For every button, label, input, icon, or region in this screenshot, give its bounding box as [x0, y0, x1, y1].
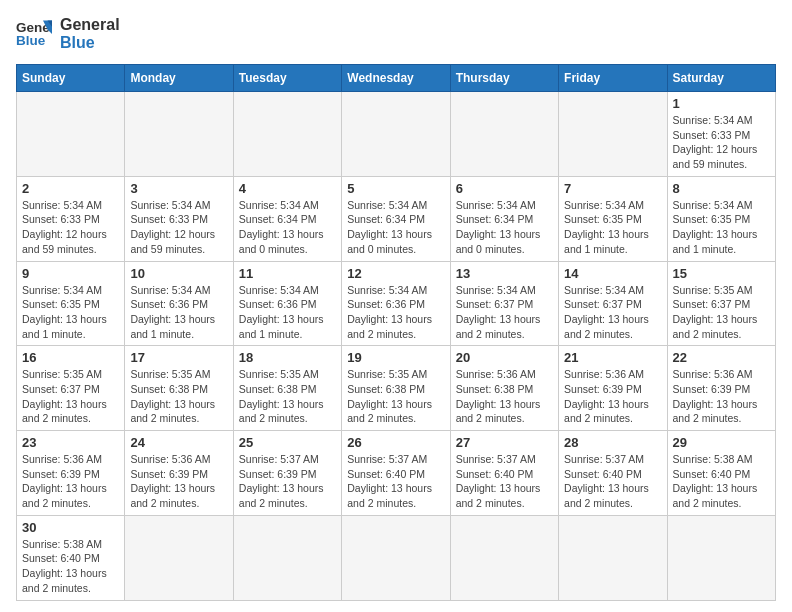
logo-general: General — [60, 16, 120, 34]
day-number: 29 — [673, 435, 770, 450]
day-info: Sunrise: 5:34 AMSunset: 6:36 PMDaylight:… — [347, 283, 444, 342]
day-cell — [125, 92, 233, 177]
svg-text:Blue: Blue — [16, 33, 46, 48]
logo-icon: General Blue — [16, 16, 52, 52]
day-cell — [450, 92, 558, 177]
header-cell-friday: Friday — [559, 65, 667, 92]
day-number: 7 — [564, 181, 661, 196]
day-info: Sunrise: 5:34 AMSunset: 6:34 PMDaylight:… — [347, 198, 444, 257]
day-info: Sunrise: 5:34 AMSunset: 6:36 PMDaylight:… — [239, 283, 336, 342]
day-number: 30 — [22, 520, 119, 535]
week-row-2: 9Sunrise: 5:34 AMSunset: 6:35 PMDaylight… — [17, 261, 776, 346]
day-info: Sunrise: 5:34 AMSunset: 6:36 PMDaylight:… — [130, 283, 227, 342]
day-cell — [342, 515, 450, 600]
day-info: Sunrise: 5:37 AMSunset: 6:40 PMDaylight:… — [347, 452, 444, 511]
day-cell: 25Sunrise: 5:37 AMSunset: 6:39 PMDayligh… — [233, 431, 341, 516]
day-info: Sunrise: 5:36 AMSunset: 6:39 PMDaylight:… — [130, 452, 227, 511]
day-info: Sunrise: 5:36 AMSunset: 6:39 PMDaylight:… — [22, 452, 119, 511]
week-row-5: 30Sunrise: 5:38 AMSunset: 6:40 PMDayligh… — [17, 515, 776, 600]
day-cell — [125, 515, 233, 600]
day-info: Sunrise: 5:34 AMSunset: 6:33 PMDaylight:… — [673, 113, 770, 172]
header-row: SundayMondayTuesdayWednesdayThursdayFrid… — [17, 65, 776, 92]
day-cell — [667, 515, 775, 600]
day-cell: 28Sunrise: 5:37 AMSunset: 6:40 PMDayligh… — [559, 431, 667, 516]
week-row-0: 1Sunrise: 5:34 AMSunset: 6:33 PMDaylight… — [17, 92, 776, 177]
day-info: Sunrise: 5:38 AMSunset: 6:40 PMDaylight:… — [673, 452, 770, 511]
day-cell: 16Sunrise: 5:35 AMSunset: 6:37 PMDayligh… — [17, 346, 125, 431]
week-row-4: 23Sunrise: 5:36 AMSunset: 6:39 PMDayligh… — [17, 431, 776, 516]
day-cell: 19Sunrise: 5:35 AMSunset: 6:38 PMDayligh… — [342, 346, 450, 431]
day-info: Sunrise: 5:36 AMSunset: 6:38 PMDaylight:… — [456, 367, 553, 426]
header-cell-thursday: Thursday — [450, 65, 558, 92]
day-cell: 11Sunrise: 5:34 AMSunset: 6:36 PMDayligh… — [233, 261, 341, 346]
day-number: 16 — [22, 350, 119, 365]
day-info: Sunrise: 5:34 AMSunset: 6:37 PMDaylight:… — [456, 283, 553, 342]
day-number: 25 — [239, 435, 336, 450]
day-cell: 2Sunrise: 5:34 AMSunset: 6:33 PMDaylight… — [17, 176, 125, 261]
day-cell — [559, 515, 667, 600]
day-number: 18 — [239, 350, 336, 365]
day-info: Sunrise: 5:35 AMSunset: 6:37 PMDaylight:… — [673, 283, 770, 342]
day-cell: 24Sunrise: 5:36 AMSunset: 6:39 PMDayligh… — [125, 431, 233, 516]
day-cell: 8Sunrise: 5:34 AMSunset: 6:35 PMDaylight… — [667, 176, 775, 261]
day-info: Sunrise: 5:36 AMSunset: 6:39 PMDaylight:… — [673, 367, 770, 426]
day-number: 22 — [673, 350, 770, 365]
day-number: 24 — [130, 435, 227, 450]
day-info: Sunrise: 5:34 AMSunset: 6:34 PMDaylight:… — [456, 198, 553, 257]
header-cell-sunday: Sunday — [17, 65, 125, 92]
week-row-1: 2Sunrise: 5:34 AMSunset: 6:33 PMDaylight… — [17, 176, 776, 261]
day-cell: 26Sunrise: 5:37 AMSunset: 6:40 PMDayligh… — [342, 431, 450, 516]
day-number: 20 — [456, 350, 553, 365]
day-number: 5 — [347, 181, 444, 196]
day-number: 26 — [347, 435, 444, 450]
day-info: Sunrise: 5:34 AMSunset: 6:33 PMDaylight:… — [130, 198, 227, 257]
day-number: 3 — [130, 181, 227, 196]
day-info: Sunrise: 5:37 AMSunset: 6:40 PMDaylight:… — [564, 452, 661, 511]
day-cell — [17, 92, 125, 177]
day-cell — [559, 92, 667, 177]
day-info: Sunrise: 5:38 AMSunset: 6:40 PMDaylight:… — [22, 537, 119, 596]
day-info: Sunrise: 5:34 AMSunset: 6:35 PMDaylight:… — [22, 283, 119, 342]
header-cell-wednesday: Wednesday — [342, 65, 450, 92]
day-cell: 9Sunrise: 5:34 AMSunset: 6:35 PMDaylight… — [17, 261, 125, 346]
day-info: Sunrise: 5:34 AMSunset: 6:33 PMDaylight:… — [22, 198, 119, 257]
day-number: 10 — [130, 266, 227, 281]
day-info: Sunrise: 5:37 AMSunset: 6:40 PMDaylight:… — [456, 452, 553, 511]
day-number: 8 — [673, 181, 770, 196]
header-cell-saturday: Saturday — [667, 65, 775, 92]
day-number: 28 — [564, 435, 661, 450]
day-info: Sunrise: 5:36 AMSunset: 6:39 PMDaylight:… — [564, 367, 661, 426]
day-cell: 3Sunrise: 5:34 AMSunset: 6:33 PMDaylight… — [125, 176, 233, 261]
day-cell: 15Sunrise: 5:35 AMSunset: 6:37 PMDayligh… — [667, 261, 775, 346]
header: General Blue General Blue — [16, 16, 776, 52]
calendar-header: SundayMondayTuesdayWednesdayThursdayFrid… — [17, 65, 776, 92]
day-info: Sunrise: 5:37 AMSunset: 6:39 PMDaylight:… — [239, 452, 336, 511]
day-cell: 13Sunrise: 5:34 AMSunset: 6:37 PMDayligh… — [450, 261, 558, 346]
logo-blue: Blue — [60, 34, 120, 52]
calendar-table: SundayMondayTuesdayWednesdayThursdayFrid… — [16, 64, 776, 601]
week-row-3: 16Sunrise: 5:35 AMSunset: 6:37 PMDayligh… — [17, 346, 776, 431]
day-cell: 14Sunrise: 5:34 AMSunset: 6:37 PMDayligh… — [559, 261, 667, 346]
day-cell: 4Sunrise: 5:34 AMSunset: 6:34 PMDaylight… — [233, 176, 341, 261]
day-number: 6 — [456, 181, 553, 196]
day-cell: 12Sunrise: 5:34 AMSunset: 6:36 PMDayligh… — [342, 261, 450, 346]
day-number: 17 — [130, 350, 227, 365]
day-info: Sunrise: 5:34 AMSunset: 6:37 PMDaylight:… — [564, 283, 661, 342]
day-info: Sunrise: 5:34 AMSunset: 6:35 PMDaylight:… — [673, 198, 770, 257]
day-number: 4 — [239, 181, 336, 196]
day-number: 11 — [239, 266, 336, 281]
day-number: 19 — [347, 350, 444, 365]
day-cell: 6Sunrise: 5:34 AMSunset: 6:34 PMDaylight… — [450, 176, 558, 261]
day-cell — [450, 515, 558, 600]
day-number: 14 — [564, 266, 661, 281]
calendar-body: 1Sunrise: 5:34 AMSunset: 6:33 PMDaylight… — [17, 92, 776, 601]
day-cell: 1Sunrise: 5:34 AMSunset: 6:33 PMDaylight… — [667, 92, 775, 177]
header-cell-tuesday: Tuesday — [233, 65, 341, 92]
day-number: 15 — [673, 266, 770, 281]
header-cell-monday: Monday — [125, 65, 233, 92]
day-number: 9 — [22, 266, 119, 281]
day-info: Sunrise: 5:35 AMSunset: 6:38 PMDaylight:… — [130, 367, 227, 426]
day-cell: 20Sunrise: 5:36 AMSunset: 6:38 PMDayligh… — [450, 346, 558, 431]
day-cell: 10Sunrise: 5:34 AMSunset: 6:36 PMDayligh… — [125, 261, 233, 346]
day-cell: 30Sunrise: 5:38 AMSunset: 6:40 PMDayligh… — [17, 515, 125, 600]
